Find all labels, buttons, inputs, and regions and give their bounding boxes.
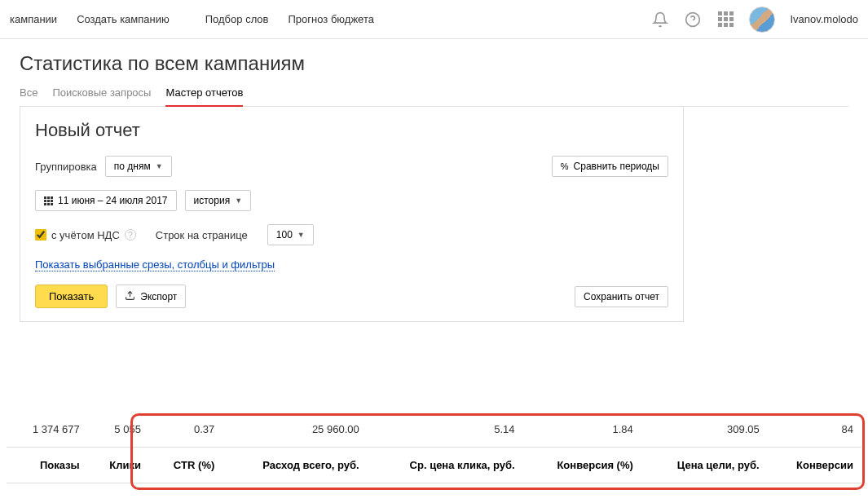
- rows-value: 100: [276, 229, 293, 240]
- cell-conversions: 84: [768, 412, 861, 448]
- username: Ivanov.molodo: [790, 13, 858, 25]
- main-content: Статистика по всем кампаниям Все Поисков…: [0, 39, 868, 322]
- grouping-label: Группировка: [35, 161, 97, 173]
- export-button[interactable]: Экспорт: [116, 285, 186, 308]
- chevron-down-icon: ▼: [235, 196, 242, 205]
- vat-label: с учётом НДС: [51, 229, 120, 241]
- header-conv-rate: Конверсия (%): [523, 448, 641, 483]
- header-clicks: Клики: [88, 448, 149, 483]
- cell-clicks: 5 055: [88, 412, 149, 448]
- grouping-value: по дням: [114, 161, 151, 172]
- chevron-down-icon: ▼: [297, 231, 305, 239]
- top-nav: кампании Создать кампанию Подбор слов Пр…: [10, 13, 374, 25]
- vat-checkbox-wrap[interactable]: с учётом НДС ?: [35, 229, 136, 241]
- rows-per-page-select[interactable]: 100 ▼: [267, 224, 314, 245]
- table-header-row: Показы Клики CTR (%) Расход всего, руб. …: [7, 448, 861, 483]
- save-report-button[interactable]: Сохранить отчет: [575, 286, 668, 307]
- compare-periods-button[interactable]: % Сравнить периоды: [552, 156, 668, 177]
- export-icon: [125, 290, 135, 303]
- cell-ctr: 0.37: [149, 412, 223, 448]
- calendar-icon: [44, 196, 53, 205]
- header-goal-cost: Цена цели, руб.: [641, 448, 768, 483]
- cell-impressions: 1 374 677: [7, 412, 88, 448]
- show-button[interactable]: Показать: [35, 285, 108, 308]
- avatar[interactable]: [749, 7, 775, 33]
- grouping-select[interactable]: по дням ▼: [105, 156, 172, 177]
- nav-forecast[interactable]: Прогноз бюджета: [289, 13, 374, 25]
- cell-spend: 25 960.00: [223, 412, 367, 448]
- help-icon[interactable]: [684, 11, 702, 29]
- nav-create-campaign[interactable]: Создать кампанию: [77, 13, 170, 25]
- rows-per-page-label: Строк на странице: [156, 229, 248, 241]
- date-range-value: 11 июня – 24 июля 2017: [58, 195, 168, 206]
- tabs: Все Поисковые запросы Мастер отчетов: [20, 86, 848, 107]
- header-impressions: Показы: [7, 448, 88, 483]
- stats-table: 1 374 677 5 055 0.37 25 960.00 5.14 1.84…: [7, 412, 861, 483]
- chevron-down-icon: ▼: [156, 162, 163, 170]
- header-cpc: Ср. цена клика, руб.: [368, 448, 523, 483]
- top-right: Ivanov.molodo: [651, 7, 858, 33]
- stats-table-wrap: 1 374 677 5 055 0.37 25 960.00 5.14 1.84…: [0, 412, 868, 493]
- tab-all[interactable]: Все: [20, 86, 37, 106]
- report-panel: Новый отчет Группировка по дням ▼ % Срав…: [20, 107, 684, 322]
- top-bar: кампании Создать кампанию Подбор слов Пр…: [0, 0, 868, 39]
- compare-icon: %: [561, 161, 569, 171]
- date-range-button[interactable]: 11 июня – 24 июля 2017: [35, 190, 177, 211]
- cell-cpc: 5.14: [368, 412, 523, 448]
- show-filters-link[interactable]: Показать выбранные срезы, столбцы и филь…: [35, 258, 275, 271]
- nav-keywords[interactable]: Подбор слов: [205, 13, 269, 25]
- history-button[interactable]: история ▼: [185, 190, 252, 211]
- page-title: Статистика по всем кампаниям: [20, 52, 848, 75]
- cell-goal-cost: 309.05: [641, 412, 768, 448]
- table-row: 1 374 677 5 055 0.37 25 960.00 5.14 1.84…: [7, 412, 861, 448]
- cell-conv-rate: 1.84: [523, 412, 641, 448]
- nav-campaigns[interactable]: кампании: [10, 13, 57, 25]
- tab-report-wizard[interactable]: Мастер отчетов: [165, 86, 243, 107]
- apps-icon[interactable]: [716, 11, 734, 29]
- help-icon[interactable]: ?: [125, 229, 136, 240]
- header-conversions: Конверсии: [768, 448, 861, 483]
- vat-checkbox[interactable]: [35, 229, 46, 240]
- header-spend: Расход всего, руб.: [223, 448, 367, 483]
- header-ctr: CTR (%): [149, 448, 223, 483]
- bell-icon[interactable]: [651, 11, 669, 29]
- tab-search-queries[interactable]: Поисковые запросы: [52, 86, 151, 106]
- panel-title: Новый отчет: [35, 120, 668, 141]
